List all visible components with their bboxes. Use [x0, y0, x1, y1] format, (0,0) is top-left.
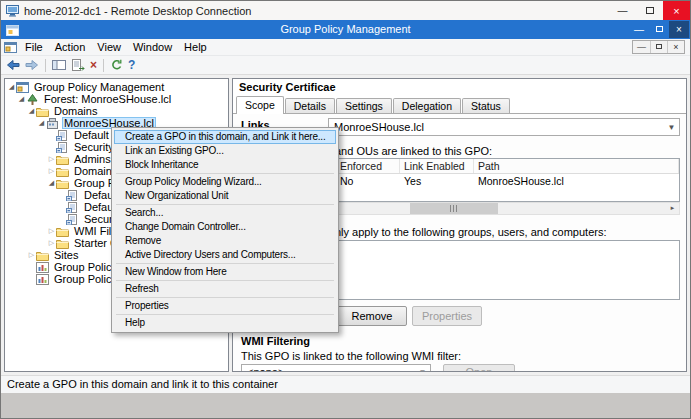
collapsed-arrow-icon[interactable]: ▷ [47, 239, 56, 247]
properties-button: Properties [412, 306, 482, 326]
folder-icon [56, 154, 69, 165]
tree-item-label: Sites [52, 249, 80, 261]
menu-view[interactable]: View [91, 39, 127, 56]
tree-item-label: Forest: MonroeSHouse.lcl [42, 93, 173, 105]
child-close-button[interactable]: × [667, 41, 684, 53]
menu-item-active-directory-users-and-computers[interactable]: Active Directory Users and Computers... [114, 248, 336, 262]
links-intro-text: and OUs are linked to this GPO: [335, 145, 492, 157]
wmi-filtering-heading: WMI Filtering [241, 335, 310, 347]
chevron-down-icon[interactable]: ▼ [664, 119, 679, 135]
menu-action[interactable]: Action [49, 39, 92, 56]
console-body: ◢Group Policy Management◢Forest: MonroeS… [1, 75, 690, 375]
link-location-value: MonroeSHouse.lcl [334, 121, 424, 133]
tree-item-domains[interactable]: ◢Domains [5, 105, 228, 117]
expanded-arrow-icon[interactable]: ◢ [37, 119, 46, 127]
gpo-icon [56, 130, 69, 141]
security-filtering-intro-text: nly apply to the following groups, users… [335, 226, 606, 238]
tree-item-forest-monroeshouse-lcl[interactable]: ◢Forest: MonroeSHouse.lcl [5, 93, 228, 105]
domain-icon [46, 118, 59, 129]
export-list-icon[interactable] [71, 59, 85, 71]
console-icon [16, 82, 29, 93]
tree-item-group-policy-management[interactable]: ◢Group Policy Management [5, 81, 228, 93]
chevron-down-icon[interactable]: ▼ [415, 365, 430, 372]
hscroll-thumb[interactable] [410, 203, 498, 214]
delete-icon[interactable]: × [90, 59, 97, 71]
menu-item-change-domain-controller[interactable]: Change Domain Controller... [114, 220, 336, 234]
cell: Yes [400, 174, 474, 188]
column-header-path[interactable]: Path [474, 159, 679, 173]
menu-separator [116, 314, 334, 315]
back-icon[interactable] [6, 59, 20, 71]
tab-scope[interactable]: Scope [236, 96, 284, 114]
forward-icon[interactable] [25, 59, 39, 71]
menu-separator [116, 173, 334, 174]
gpo-title: Security Certificae [233, 79, 686, 96]
gpo-icon [56, 142, 69, 153]
collapsed-arrow-icon[interactable]: ▷ [47, 167, 56, 175]
menu-help[interactable]: Help [178, 39, 213, 56]
tab-status[interactable]: Status [462, 98, 510, 114]
mmc-close-button[interactable]: × [669, 21, 689, 38]
mmc-minimize-button[interactable]: — [629, 21, 649, 38]
collapsed-arrow-icon[interactable]: ▷ [27, 251, 36, 259]
help-icon[interactable]: ? [128, 59, 135, 71]
menu-item-new-window-from-here[interactable]: New Window from Here [114, 265, 336, 279]
console-icon [4, 42, 17, 53]
toolbar-separator [103, 59, 104, 72]
menu-item-remove[interactable]: Remove [114, 234, 336, 248]
restore-icon [656, 44, 662, 49]
mmc-app-icon [6, 23, 19, 42]
folder-icon [56, 166, 69, 177]
open-button: Open [443, 364, 515, 372]
chart-icon [36, 274, 49, 285]
menu-item-refresh[interactable]: Refresh [114, 282, 336, 296]
menu-separator [116, 263, 334, 264]
menu-item-create-a-gpo-in-this-domain-and-link-it-here[interactable]: Create a GPO in this domain, and Link it… [114, 130, 336, 144]
folder-icon [36, 106, 49, 117]
folder-icon [56, 178, 69, 189]
status-bar: Create a GPO in this domain and link it … [1, 375, 690, 393]
menu-item-new-organizational-unit[interactable]: New Organizational Unit [114, 189, 336, 203]
menu-file[interactable]: File [19, 39, 49, 56]
column-header-link-enabled[interactable]: Link Enabled [400, 159, 474, 173]
link-location-combobox[interactable]: MonroeSHouse.lcl ▼ [328, 118, 680, 136]
menu-item-block-inheritance[interactable]: Block Inheritance [114, 158, 336, 172]
folder-icon [36, 250, 49, 261]
scroll-right-icon[interactable]: ► [666, 203, 679, 214]
expanded-arrow-icon[interactable]: ◢ [7, 83, 16, 91]
menu-item-group-policy-modeling-wizard[interactable]: Group Policy Modeling Wizard... [114, 175, 336, 189]
tree-item-label: Admins [72, 153, 113, 165]
collapsed-arrow-icon[interactable]: ▷ [47, 227, 56, 235]
column-header-enforced[interactable]: Enforced [336, 159, 400, 173]
expanded-arrow-icon[interactable]: ◢ [47, 179, 56, 187]
folder-icon [56, 238, 69, 249]
console-tree-icon[interactable] [52, 59, 66, 71]
menu-window[interactable]: Window [127, 39, 178, 56]
menu-separator [116, 204, 334, 205]
rdp-maximize-button[interactable] [636, 1, 663, 20]
gpo-icon [66, 202, 79, 213]
child-restore-button[interactable] [650, 41, 667, 53]
menu-item-properties[interactable]: Properties [114, 299, 336, 313]
wmi-filter-combobox[interactable]: <none> ▼ [241, 364, 431, 372]
tab-settings[interactable]: Settings [336, 98, 392, 114]
menu-separator [116, 280, 334, 281]
rdp-close-button[interactable]: × [663, 1, 690, 20]
remove-button[interactable]: Remove [337, 306, 407, 326]
menu-separator [116, 297, 334, 298]
tab-delegation[interactable]: Delegation [393, 98, 461, 114]
menu-item-link-an-existing-gpo[interactable]: Link an Existing GPO... [114, 144, 336, 158]
gpo-icon [66, 214, 79, 225]
child-minimize-button[interactable]: — [633, 41, 650, 53]
rdp-titlebar: home-2012-dc1 - Remote Desktop Connectio… [1, 1, 690, 20]
collapsed-arrow-icon[interactable]: ▷ [47, 155, 56, 163]
mmc-maximize-button[interactable] [649, 21, 669, 38]
rdp-minimize-button[interactable]: — [609, 1, 636, 20]
expanded-arrow-icon[interactable]: ◢ [27, 107, 36, 115]
refresh-icon[interactable] [110, 59, 123, 71]
menu-item-search[interactable]: Search... [114, 206, 336, 220]
tab-details[interactable]: Details [285, 98, 335, 114]
menu-item-help[interactable]: Help [114, 316, 336, 330]
tabstrip: ScopeDetailsSettingsDelegationStatus [233, 96, 686, 114]
expanded-arrow-icon[interactable]: ◢ [17, 95, 26, 103]
